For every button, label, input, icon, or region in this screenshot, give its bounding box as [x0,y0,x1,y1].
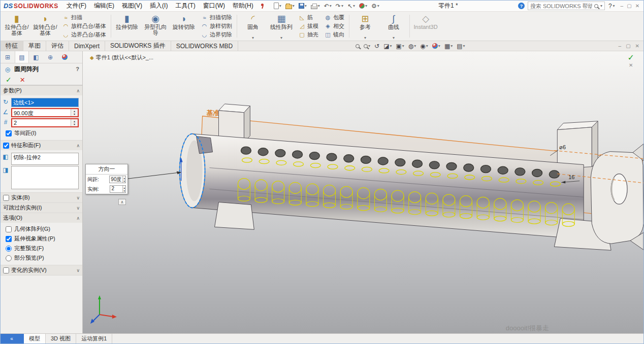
spin-down-icon[interactable]: ▾ [123,189,125,192]
features-faces-checkbox[interactable] [3,143,9,149]
tab-model[interactable]: 模型 [24,334,46,343]
confirm-cancel-button[interactable]: ✕ [629,62,633,68]
view-settings-button[interactable]: ▤▾ [455,43,466,50]
menu-edit[interactable]: 编辑(E) [90,1,118,11]
tab-sketch[interactable]: 草图 [23,41,46,51]
tab-featuremanager-tree[interactable]: ⊞ [1,51,15,63]
spinner-arrows[interactable]: ▴▾ [71,119,78,126]
section-bodies-header[interactable]: 实体(B) ∨ [1,193,82,202]
tab-dimxpert[interactable]: DimXpert [69,41,105,51]
section-parameters-header[interactable]: 参数(P) ∧ [1,86,82,95]
section-features-faces-header[interactable]: 特征和面(F) ∧ [1,141,82,150]
tab-3d-views[interactable]: 3D 视图 [46,334,76,343]
end-flange[interactable] [591,144,643,250]
features-to-pattern-list[interactable]: 切除-拉伸2 [11,153,79,165]
section-varied-instances-header[interactable]: 变化的实例(V) ∨ [1,265,82,275]
feature-tree-breadcrumb[interactable]: ◆ 零件1 (默认<<默认>_... [90,54,153,61]
view-orientation-button[interactable]: ▣▾ [395,43,406,50]
callout-spacing-spinbox[interactable]: 90度 ▴▾ [109,176,126,183]
menu-window[interactable]: 窗口(W) [200,1,229,11]
previous-view-button[interactable]: ↺ [373,43,381,50]
instant3d-button[interactable]: ◇Instant3D [411,13,440,40]
pm-help-icon[interactable]: ? [76,66,79,72]
left-foot[interactable] [215,202,254,229]
boundary-boss-button[interactable]: ◡边界凸台/基体 [61,31,107,39]
reference-geometry-button[interactable]: ⊞参考▾ [351,13,379,40]
display-style-button[interactable]: ◍▾ [407,43,418,50]
direction1-callout[interactable]: 方向一 间距: 90度 ▴▾ 实例: 2 ▴▾ [85,164,128,194]
pm-cancel-button[interactable]: ✕ [20,76,25,84]
statusbar-scroll-corner[interactable]: « [1,334,24,343]
tab-configurationmanager[interactable]: ◧ [29,51,43,63]
wrap-button[interactable]: ◍包覆 [324,14,345,22]
spinner-arrows[interactable]: ▴▾ [122,186,125,192]
linear-pattern-button[interactable]: ▦线性阵列▾ [267,13,296,40]
undo-button[interactable]: ↶▾ [323,2,333,10]
pin-menu-icon[interactable] [260,4,265,9]
doc-restore-icon[interactable]: ▢ [626,43,630,49]
search-icon[interactable] [594,4,598,8]
tab-motion-study-1[interactable]: 运动算例1 [76,334,112,343]
revolved-boss-button[interactable]: ◗旋转凸台/基体 [31,13,59,40]
varied-instances-checkbox[interactable] [3,267,9,273]
menu-help[interactable]: 帮助(H) [229,1,257,11]
menu-tools[interactable]: 工具(T) [172,1,199,11]
tab-evaluate[interactable]: 评估 [46,41,69,51]
mirror-button[interactable]: ◫镜向 [324,31,345,39]
help-search-input[interactable] [530,3,592,9]
save-button[interactable]: ▾ [297,3,308,9]
extruded-cut-button[interactable]: ▮拉伸切除 [113,13,141,40]
spin-down-icon[interactable]: ▾ [74,113,75,116]
rebuild-button[interactable]: ▾ [358,3,369,9]
spin-down-icon[interactable]: ▾ [123,180,125,183]
swept-cut-button[interactable]: ≈扫描切除 [200,14,233,22]
propagate-visual-checkbox[interactable] [6,236,12,242]
section-options-header[interactable]: 选项(O) ∧ [1,213,82,223]
open-button[interactable]: ▾ [284,2,296,10]
model-viewport[interactable]: 基准面2 [83,51,643,333]
zoom-to-fit-button[interactable] [354,44,361,48]
doc-close-icon[interactable]: ✕ [635,43,639,49]
close-icon[interactable]: ✕ [635,3,639,9]
intersect-button[interactable]: ◈相交 [324,22,345,30]
redo-button[interactable]: ↷▾ [334,2,345,10]
equal-spacing-checkbox[interactable] [6,130,12,136]
print-button[interactable]: ▾ [309,2,321,10]
graphics-area[interactable]: 基准面2 [83,51,643,333]
section-view-button[interactable]: ◪▾ [382,43,393,50]
faces-to-pattern-list[interactable] [11,166,79,189]
tab-solidworks-addins[interactable]: SOLIDWORKS 插件 [105,41,171,51]
minimize-icon[interactable]: – [621,3,624,9]
apply-scene-button[interactable]: ▦▾ [443,43,454,50]
rib-button[interactable]: ◺筋 [298,14,319,22]
menu-view[interactable]: 视图(V) [118,1,146,11]
callout-collapse-button[interactable]: ∧ [118,199,126,205]
help-circle-icon[interactable]: ? [518,3,525,9]
hide-show-items-button[interactable]: ◉▾ [418,43,430,50]
lofted-boss-button[interactable]: ◠放样凸台/基体 [61,22,107,30]
restore-icon[interactable]: ▢ [627,3,631,9]
menu-file[interactable]: 文件(F) [63,1,90,11]
swept-boss-button[interactable]: ≈扫描 [61,14,107,22]
draft-button[interactable]: ◿拔模 [298,22,319,30]
edit-appearance-button[interactable]: ▾ [431,43,442,49]
cap-notch[interactable] [197,136,213,154]
confirm-ok-button[interactable]: ✓ [628,53,634,62]
doc-minimize-icon[interactable]: – [619,43,622,49]
lofted-cut-button[interactable]: ◠放样切割 [200,22,233,30]
help-dropdown[interactable]: ? ▾ [608,3,615,10]
options-button[interactable]: ⚙▾ [370,2,381,10]
instance-count-spinbox[interactable]: 2 ▴▾ [11,118,79,127]
extruded-boss-button[interactable]: ▮拉伸凸台/基体 [3,13,31,40]
menu-insert[interactable]: 插入(I) [146,1,171,11]
revolved-cut-button[interactable]: ◗旋转切除 [170,13,198,40]
geometry-pattern-checkbox[interactable] [6,226,12,232]
zoom-to-area-button[interactable]: ▾ [362,44,372,48]
tab-solidworks-mbd[interactable]: SOLIDWORKS MBD [171,41,238,51]
callout-instance-spinbox[interactable]: 2 ▴▾ [110,185,126,193]
section-instances-to-skip-header[interactable]: 可跳过的实例(I) ∨ [1,203,82,213]
tab-propertymanager[interactable]: ▤ [15,51,29,63]
angle-spinbox[interactable]: 90.00度 ▴▾ [11,108,79,117]
new-document-button[interactable]: ▾ [272,2,283,10]
pm-ok-button[interactable]: ✓ [6,76,12,84]
